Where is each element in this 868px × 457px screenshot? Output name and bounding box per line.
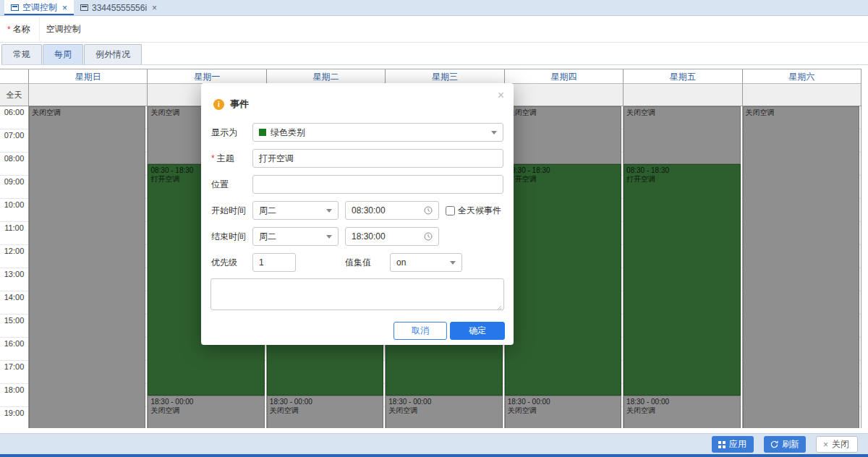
time-label: 14:00 xyxy=(0,291,28,315)
display-as-value: 绿色类别 xyxy=(271,127,305,139)
view-tab[interactable]: 常规 xyxy=(1,44,42,64)
calendar-event[interactable]: 08:30 - 18:30打开空调 xyxy=(624,164,740,396)
dialog-close-icon[interactable]: × xyxy=(498,90,504,101)
priority-row: 优先级 值集值 on xyxy=(211,253,503,272)
calendar-event[interactable]: 08:30 - 18:30打开空调 xyxy=(505,164,621,396)
document-tab-bar: 空调控制×33445555556i× xyxy=(0,0,868,16)
start-time-value: 08:30:00 xyxy=(352,205,386,215)
view-tab[interactable]: 每周 xyxy=(43,44,83,64)
calendar-event[interactable]: 18:30 - 00:00关闭空调 xyxy=(624,396,740,428)
all-day-cell[interactable] xyxy=(624,84,742,106)
location-row: 位置 xyxy=(211,175,503,194)
end-time-input[interactable]: 18:30:00 xyxy=(345,227,439,246)
name-field-label: 名称 xyxy=(13,23,30,35)
priority-input[interactable] xyxy=(252,253,296,272)
tab-label: 空调控制 xyxy=(22,1,57,14)
chevron-down-icon xyxy=(326,209,332,213)
calendar-event[interactable]: 关闭空调 xyxy=(743,106,859,428)
calendar-event[interactable]: 关闭空调 xyxy=(624,106,740,164)
calendar-event[interactable]: 关闭空调 xyxy=(29,106,145,428)
time-label: 11:00 xyxy=(0,222,28,245)
event-title: 关闭空调 xyxy=(32,108,142,117)
start-day-select[interactable]: 周二 xyxy=(252,201,339,220)
document-tab[interactable]: 33445555556i× xyxy=(74,0,163,15)
tab-close-icon[interactable]: × xyxy=(152,3,157,13)
dialog-title: 事件 xyxy=(230,98,249,111)
time-label: 15:00 xyxy=(0,315,28,338)
day-header: 星期三 xyxy=(386,69,504,84)
all-day-cell[interactable] xyxy=(29,84,148,106)
location-input[interactable] xyxy=(252,175,503,194)
day-header: 星期日 xyxy=(29,69,148,84)
all-day-label: 全天 xyxy=(0,84,29,106)
value-set-select[interactable]: on xyxy=(390,253,462,272)
name-input[interactable] xyxy=(39,17,868,42)
subject-input[interactable] xyxy=(252,149,503,168)
chevron-down-icon xyxy=(326,235,332,239)
notes-textarea[interactable] xyxy=(210,278,504,310)
refresh-button[interactable]: 刷新 xyxy=(764,436,806,453)
document-tab[interactable]: 空调控制× xyxy=(4,0,74,15)
calendar-event[interactable]: 18:30 - 00:00关闭空调 xyxy=(267,396,383,428)
time-label: 17:00 xyxy=(0,361,28,384)
clock-icon xyxy=(424,206,433,215)
cancel-button[interactable]: 取消 xyxy=(393,322,447,340)
calendar-header-row: 星期日星期一星期二星期三星期四星期五星期六 xyxy=(0,69,861,84)
day-column[interactable]: 关闭空调 xyxy=(29,106,148,428)
time-column: 06:0007:0008:0009:0010:0011:0012:0013:00… xyxy=(0,106,29,428)
all-day-cell[interactable] xyxy=(505,84,624,106)
time-label: 12:00 xyxy=(0,245,28,268)
start-day-value: 周二 xyxy=(259,205,276,217)
day-column[interactable]: 关闭空调08:30 - 18:30打开空调18:30 - 00:00关闭空调 xyxy=(624,106,742,428)
event-title: 关闭空调 xyxy=(746,108,856,117)
time-label: 16:00 xyxy=(0,338,28,361)
app-window: 空调控制×33445555556i× * 名称 常规每周例外情况 星期日星期一星… xyxy=(0,0,868,457)
apply-button-label: 应用 xyxy=(729,438,746,450)
time-label: 18:00 xyxy=(0,384,28,407)
event-title: 关闭空调 xyxy=(626,108,737,117)
calendar-event[interactable]: 18:30 - 00:00关闭空调 xyxy=(386,396,502,428)
event-title: 关闭空调 xyxy=(626,406,737,415)
event-time: 18:30 - 00:00 xyxy=(626,398,737,406)
apply-button[interactable]: 应用 xyxy=(712,436,754,453)
subject-label: *主题 xyxy=(211,153,252,165)
calendar-event[interactable]: 18:30 - 00:00关闭空调 xyxy=(148,396,264,428)
subject-row: *主题 xyxy=(211,149,503,168)
tab-close-icon[interactable]: × xyxy=(62,3,67,13)
chevron-down-icon xyxy=(491,131,497,134)
time-label: 13:00 xyxy=(0,268,28,291)
all-day-cell[interactable] xyxy=(743,84,861,106)
display-as-select[interactable]: 绿色类别 xyxy=(252,123,503,142)
time-label: 09:00 xyxy=(0,176,28,199)
calendar-event[interactable]: 关闭空调 xyxy=(505,106,621,164)
end-time-row: 结束时间 周二 18:30:00 xyxy=(211,227,503,246)
close-button-label: 关闭 xyxy=(832,438,849,450)
day-column[interactable]: 关闭空调08:30 - 18:30打开空调18:30 - 00:00关闭空调 xyxy=(505,106,624,428)
info-icon: i xyxy=(213,99,224,110)
start-time-input[interactable]: 08:30:00 xyxy=(345,201,439,220)
refresh-button-label: 刷新 xyxy=(782,438,799,450)
view-tab[interactable]: 例外情况 xyxy=(84,44,142,64)
end-day-select[interactable]: 周二 xyxy=(252,227,339,246)
time-label: 19:00 xyxy=(0,407,28,428)
clock-icon xyxy=(424,232,433,241)
end-day-value: 周二 xyxy=(259,231,276,243)
end-time-label: 结束时间 xyxy=(211,231,252,243)
event-title: 打开空调 xyxy=(626,175,737,184)
calendar-event[interactable]: 18:30 - 00:00关闭空调 xyxy=(505,396,621,428)
allday-checkbox[interactable] xyxy=(446,206,455,215)
day-column[interactable]: 关闭空调 xyxy=(743,106,861,428)
document-icon xyxy=(80,4,88,11)
day-header: 星期二 xyxy=(267,69,386,84)
day-header: 星期五 xyxy=(624,69,742,84)
time-label: 08:00 xyxy=(0,153,28,176)
required-asterisk: * xyxy=(7,25,11,35)
event-title: 关闭空调 xyxy=(508,406,618,415)
value-set-label: 值集值 xyxy=(345,257,371,269)
event-title: 关闭空调 xyxy=(508,108,618,117)
view-tab-bar: 常规每周例外情况 xyxy=(1,44,868,65)
close-button[interactable]: × 关闭 xyxy=(816,436,858,453)
ok-button[interactable]: 确定 xyxy=(450,322,505,340)
event-title: 打开空调 xyxy=(508,175,618,184)
event-time: 18:30 - 00:00 xyxy=(270,398,380,406)
